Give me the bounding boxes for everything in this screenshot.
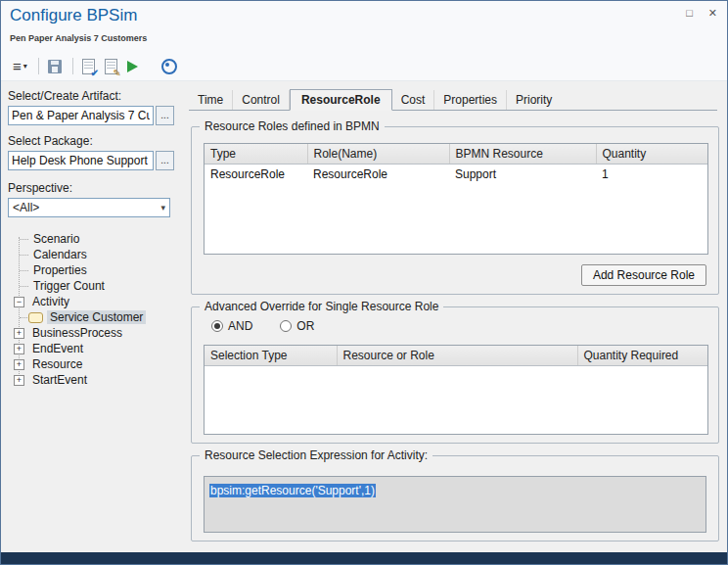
tree-item-label: EndEvent [29, 342, 86, 355]
expression-group-title: Resource Selection Expression for Activi… [200, 448, 432, 462]
titlebar: Configure BPSim Pen Paper Analysis 7 Cus… [1, 1, 727, 52]
tree-item-label: Trigger Count [30, 279, 108, 293]
tree-item-startevent[interactable]: + StartEvent [8, 372, 183, 388]
artifact-input[interactable] [8, 106, 154, 125]
tree-item-calendars[interactable]: Calendars [8, 247, 183, 262]
override-radio-row: AND OR [211, 319, 314, 333]
tree-item-properties[interactable]: Properties [8, 262, 183, 278]
configure-bpsim-window: Configure BPSim Pen Paper Analysis 7 Cus… [0, 0, 728, 565]
advanced-override-group-title: Advanced Override for Single Resource Ro… [200, 300, 443, 313]
cell-type: ResourceRole [205, 165, 307, 185]
tab-strip: Time Control ResourceRole Cost Propertie… [189, 89, 717, 111]
check-icon: ✔ [90, 69, 98, 78]
radio-selected-icon [211, 320, 223, 332]
validate-configuration-button[interactable]: ✔ [78, 57, 99, 76]
package-input[interactable] [8, 151, 154, 170]
column-header-quantity[interactable]: Quantity [596, 144, 707, 165]
expression-selected-text: bpsim:getResource('Support',1) [209, 484, 376, 497]
tree-item-label: Scenario [30, 232, 82, 246]
toolbar-separator [72, 58, 73, 74]
radio-unselected-icon [280, 320, 292, 332]
radio-and[interactable]: AND [211, 319, 252, 333]
tree-item-activity[interactable]: − Activity [8, 294, 183, 309]
advanced-override-group: Advanced Override for Single Resource Ro… [191, 306, 719, 444]
save-icon [48, 60, 62, 73]
column-header-type[interactable]: Type [205, 144, 307, 165]
menu-button[interactable]: ≡ ▾ [9, 58, 31, 75]
radio-or[interactable]: OR [280, 319, 314, 333]
table-header-row: Type Role(Name) BPMN Resource Quantity [205, 144, 707, 165]
package-field-row: ... [8, 151, 183, 170]
column-header-role-name[interactable]: Role(Name) [307, 144, 449, 165]
resource-roles-table-wrap: Type Role(Name) BPMN Resource Quantity R… [204, 143, 708, 255]
tab-priority[interactable]: Priority [507, 90, 561, 110]
tab-properties[interactable]: Properties [434, 90, 507, 110]
maximize-button[interactable]: □ [686, 7, 693, 19]
cell-role-name: ResourceRole [307, 165, 449, 185]
toolbar: ≡ ▾ ✔ ✎ [1, 52, 727, 81]
expand-icon[interactable]: + [14, 375, 24, 386]
close-button[interactable]: ✕ [708, 7, 717, 19]
bpsim-tools-button[interactable] [158, 57, 181, 76]
cell-quantity: 1 [596, 165, 707, 185]
radio-and-label: AND [228, 319, 252, 333]
perspective-label: Perspective: [8, 181, 183, 195]
column-header-selection-type[interactable]: Selection Type [205, 346, 337, 366]
tab-cost[interactable]: Cost [392, 90, 435, 110]
artifact-label: Select/Create Artifact: [8, 89, 183, 103]
tree-item-label: Resource [29, 357, 85, 371]
status-bar [1, 552, 727, 564]
run-simulation-button[interactable] [123, 59, 142, 74]
perspective-select[interactable]: <All> ▾ [8, 198, 170, 217]
tree-item-label: Service Customer [47, 310, 146, 324]
right-panel: Time Control ResourceRole Cost Propertie… [183, 81, 727, 552]
package-browse-button[interactable]: ... [156, 151, 174, 170]
expand-icon[interactable]: + [14, 344, 24, 354]
hamburger-icon: ≡ [13, 60, 22, 73]
tree-item-label: BusinessProcess [29, 326, 125, 340]
expand-icon[interactable]: + [14, 359, 24, 370]
window-title: Configure BPSim [10, 6, 137, 25]
override-table-wrap: Selection Type Resource or Role Quantity… [204, 345, 708, 435]
collapse-icon[interactable]: − [14, 297, 24, 307]
package-label: Select Package: [8, 134, 183, 148]
configuration-tree: Scenario Calendars Properties Trigger Co… [8, 231, 183, 388]
column-header-quantity-required[interactable]: Quantity Required [577, 346, 707, 366]
tree-item-trigger-count[interactable]: Trigger Count [8, 278, 183, 294]
tab-control[interactable]: Control [233, 90, 290, 110]
radio-or-label: OR [296, 319, 314, 333]
document-edit-icon: ✎ [105, 59, 117, 74]
window-subtitle: Pen Paper Analysis 7 Customers [10, 33, 147, 43]
edit-configuration-button[interactable]: ✎ [101, 57, 121, 76]
chevron-down-icon: ▾ [160, 203, 165, 212]
activity-icon [28, 312, 43, 323]
artifact-field-row: ... [8, 106, 183, 125]
cell-bpmn-resource: Support [449, 165, 596, 185]
document-check-icon: ✔ [82, 59, 95, 74]
tree-item-label: Activity [29, 295, 72, 308]
chevron-down-icon: ▾ [23, 62, 27, 71]
table-header-row: Selection Type Resource or Role Quantity… [205, 346, 707, 366]
perspective-value: <All> [13, 201, 39, 214]
expression-editor[interactable]: bpsim:getResource('Support',1) [204, 476, 706, 533]
save-button[interactable] [44, 58, 66, 75]
tree-item-scenario[interactable]: Scenario [8, 231, 183, 247]
tree-item-service-customer[interactable]: Service Customer [8, 309, 183, 325]
tree-item-businessprocess[interactable]: + BusinessProcess [8, 325, 183, 341]
tree-item-endevent[interactable]: + EndEvent [8, 341, 183, 356]
add-resource-role-button[interactable]: Add Resource Role [581, 264, 706, 286]
tab-resourcerole[interactable]: ResourceRole [290, 89, 392, 111]
resource-roles-group: Resource Roles defined in BPMN Type Role… [191, 126, 719, 295]
pencil-icon: ✎ [113, 69, 120, 78]
column-header-bpmn-resource[interactable]: BPMN Resource [449, 144, 596, 165]
column-header-resource-or-role[interactable]: Resource or Role [337, 346, 577, 366]
table-row[interactable]: ResourceRole ResourceRole Support 1 [205, 165, 707, 185]
toolbar-separator [38, 58, 39, 74]
tree-item-label: Calendars [30, 248, 90, 261]
tab-time[interactable]: Time [189, 90, 233, 110]
play-icon [127, 61, 138, 72]
artifact-browse-button[interactable]: ... [156, 106, 174, 125]
tree-item-resource[interactable]: + Resource [8, 356, 183, 372]
left-panel: Select/Create Artifact: ... Select Packa… [1, 81, 183, 552]
expand-icon[interactable]: + [14, 328, 24, 339]
